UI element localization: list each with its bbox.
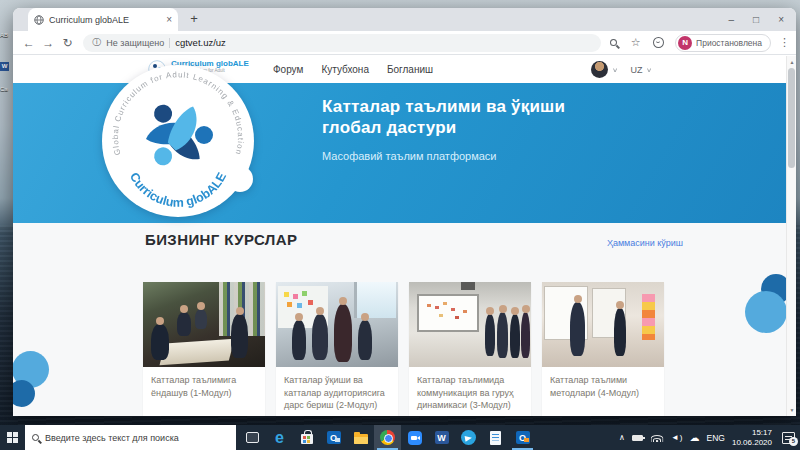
hero-subtitle: Масофавий таълим платформаси: [322, 150, 565, 162]
hidden-icons-chevron[interactable]: ∧: [619, 433, 625, 442]
section-heading: БИЗНИНГ КУРСЛАР: [145, 231, 297, 248]
photo-figure: [195, 309, 207, 329]
document-icon: [490, 431, 501, 445]
course-card[interactable]: Катталар ўқиши ва катталар аудиториясига…: [276, 282, 398, 416]
view-all-link[interactable]: Ҳаммасини кўриш: [607, 238, 683, 248]
browser-window: Curriculum globALE × + – □ × ← → ↻ ⓘ Не …: [13, 8, 796, 416]
new-tab-button[interactable]: +: [186, 11, 202, 26]
search-icon: [32, 434, 39, 441]
course-title: Катталар таълими методлари (4-Модул): [542, 367, 664, 409]
scrollbar-thumb[interactable]: [788, 68, 795, 168]
nav-item-contact[interactable]: Богланиш: [387, 64, 433, 75]
folder-icon: [354, 434, 368, 444]
close-button[interactable]: ×: [778, 14, 784, 25]
outlook-icon: O: [327, 431, 341, 444]
store-app-button[interactable]: [293, 425, 320, 450]
wifi-icon[interactable]: [650, 433, 664, 442]
desktop-icon-label[interactable]: AB: [0, 32, 14, 38]
user-avatar[interactable]: [591, 61, 608, 78]
zoom-indicator-icon[interactable]: [610, 39, 617, 46]
photo-figure: [570, 302, 585, 356]
photo-shape: [160, 339, 235, 366]
clock-date: 10.06.2020: [732, 438, 772, 448]
word-icon: W: [435, 431, 449, 444]
zoom-app-button[interactable]: [401, 425, 428, 450]
tab-close-icon[interactable]: ×: [166, 15, 172, 25]
courses-section: БИЗНИНГ КУРСЛАР Ҳаммасини кўриш Катталар…: [13, 223, 786, 416]
nav-item-library[interactable]: Кутубхона: [321, 64, 369, 75]
deco-circle: [745, 291, 787, 333]
onedrive-icon[interactable]: ☁: [690, 432, 700, 443]
outlook-app-button[interactable]: O: [320, 425, 347, 450]
address-bar[interactable]: ⓘ Не защищено cgtvet.uz/uz: [83, 34, 601, 52]
course-photo: [276, 282, 398, 367]
minimize-button[interactable]: –: [729, 14, 735, 25]
reload-button[interactable]: ↻: [58, 36, 77, 50]
course-card[interactable]: Катталар таълимида коммуникация ва гуруҳ…: [409, 282, 531, 416]
course-card[interactable]: Катталар таълими методлари (4-Модул): [542, 282, 664, 416]
word-desktop-icon[interactable]: W: [0, 62, 9, 71]
maximize-button[interactable]: □: [753, 14, 759, 25]
page-scrollbar[interactable]: ▲ ▼: [786, 56, 796, 416]
course-photo: [143, 282, 265, 367]
telegram-app-button[interactable]: [455, 425, 482, 450]
profile-avatar-badge[interactable]: N: [678, 36, 692, 50]
course-title: Катталар таълимига ёндашув (1-Модул): [143, 367, 265, 409]
photo-figure: [231, 314, 248, 358]
document-app-button[interactable]: [482, 425, 509, 450]
chrome-app-button[interactable]: [374, 425, 401, 450]
taskbar-apps: e O W O: [239, 425, 536, 450]
photo-figure: [510, 314, 520, 358]
chevron-down-icon[interactable]: ∨: [647, 66, 653, 73]
action-center-icon[interactable]: 5: [782, 432, 795, 444]
photo-figure: [485, 314, 495, 356]
taskbar-clock[interactable]: 15:17 10.06.2020: [732, 428, 772, 448]
photo-figure: [521, 312, 530, 358]
word-app-button[interactable]: W: [428, 425, 455, 450]
file-explorer-button[interactable]: [347, 425, 374, 450]
battery-icon[interactable]: [632, 435, 643, 441]
system-tray: ∧ ◄) ☁ ENG 15:17 10.06.2020 5: [619, 428, 800, 448]
scroll-up-icon[interactable]: ▲: [787, 59, 796, 65]
task-view-icon: [246, 432, 259, 443]
clock-time: 15:17: [732, 428, 772, 438]
speaker-icon[interactable]: ◄): [671, 433, 683, 442]
edge-app-button[interactable]: e: [266, 425, 293, 450]
desktop-icon-label[interactable]: Ca: [0, 86, 14, 92]
browser-tab[interactable]: Curriculum globALE ×: [28, 8, 178, 31]
photo-figure: [334, 304, 352, 362]
chevron-down-icon[interactable]: ∨: [612, 66, 618, 73]
photo-figure: [312, 314, 328, 360]
language-selector[interactable]: UZ: [630, 65, 642, 75]
site-info-icon[interactable]: ⓘ: [92, 36, 101, 49]
security-label: Не защищено: [106, 38, 164, 48]
input-language-indicator[interactable]: ENG: [707, 433, 725, 443]
main-nav: Форум Кутубхона Богланиш: [273, 56, 433, 83]
url-text[interactable]: cgtvet.uz/uz: [175, 37, 226, 48]
taskbar-search[interactable]: [25, 425, 236, 450]
browser-menu-icon[interactable]: ⋮: [779, 36, 790, 49]
notification-badge: 5: [789, 437, 798, 446]
outlook-mail-button[interactable]: O: [509, 425, 536, 450]
bookmark-star-icon[interactable]: ☆: [625, 36, 646, 49]
search-input[interactable]: [45, 433, 215, 443]
photo-figure: [151, 324, 169, 360]
curriculum-globale-logo: Global Curriculum for Adult Learning & E…: [98, 61, 258, 221]
back-button[interactable]: ←: [19, 36, 38, 50]
task-view-button[interactable]: [239, 425, 266, 450]
hero-title: Катталар таълими ва ўқиши глобал дастури: [322, 96, 565, 138]
course-card[interactable]: Катталар таълимига ёндашув (1-Модул): [143, 282, 265, 416]
tab-strip[interactable]: Curriculum globALE × + – □ ×: [13, 8, 796, 31]
zoom-camera-icon: [408, 431, 422, 445]
windows-logo-icon: [7, 432, 18, 443]
tab-title: Curriculum globALE: [49, 15, 161, 25]
photo-figure: [292, 320, 306, 360]
extension-icon[interactable]: [653, 37, 664, 48]
deco-circle: [13, 380, 35, 407]
forward-button[interactable]: →: [38, 36, 57, 50]
start-button[interactable]: [0, 425, 25, 450]
profile-chip[interactable]: N Приостановлена: [675, 34, 771, 52]
scroll-down-icon[interactable]: ▼: [787, 407, 796, 413]
course-title: Катталар таълимида коммуникация ва гуруҳ…: [409, 367, 531, 416]
nav-item-forum[interactable]: Форум: [273, 64, 303, 75]
